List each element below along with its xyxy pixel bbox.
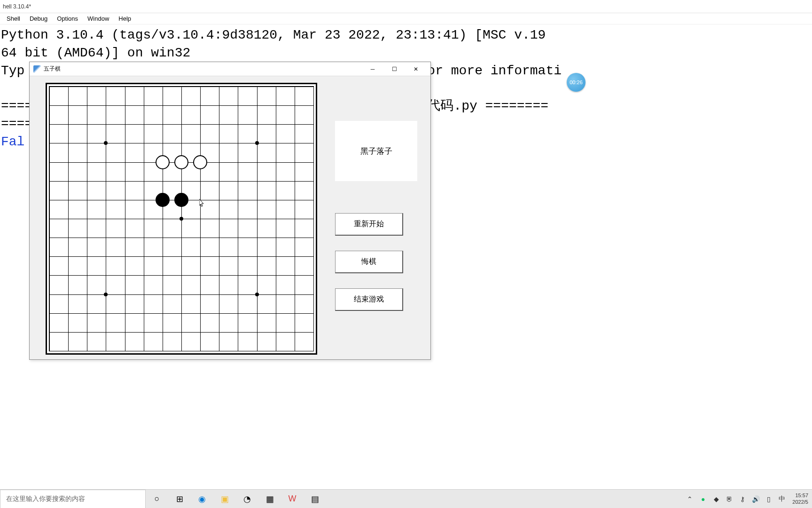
star-point (104, 141, 108, 145)
timer-text: 00:26 (570, 79, 583, 85)
menu-help[interactable]: Help (114, 15, 136, 22)
idle-line3a: Typ (1, 64, 24, 78)
system-tray: ⌃ ● ◆ ⛨ ⚷ 🔊 ▯ 中 15:57 2022/5 (683, 492, 812, 505)
grid-line-h (49, 294, 313, 295)
menu-shell[interactable]: Shell (2, 15, 25, 22)
task-view-icon[interactable]: ⊞ (168, 490, 191, 508)
star-point (104, 293, 108, 296)
turn-status-text: 黑子落子 (360, 146, 392, 157)
go-board[interactable] (46, 83, 317, 355)
menu-debug[interactable]: Debug (25, 15, 52, 22)
grid-line-h (49, 313, 313, 314)
white-stone (156, 155, 170, 169)
cortana-icon[interactable]: ○ (146, 490, 168, 508)
grid-line-v (295, 87, 295, 351)
white-stone (193, 155, 207, 169)
app-icon-2[interactable]: ▤ (304, 490, 326, 508)
idle-title-text: hell 3.10.4* (3, 3, 31, 10)
turn-status-box: 黑子落子 (335, 121, 417, 181)
tray-clock[interactable]: 15:57 2022/5 (792, 492, 808, 505)
grid-line-h (49, 256, 313, 257)
task-icons: ○ ⊞ ◉ ▣ ◔ ▦ W ▤ (146, 490, 326, 508)
grid-line-v (313, 87, 314, 351)
restart-button[interactable]: 重新开始 (335, 213, 403, 236)
game-titlebar[interactable]: 五子棋 ─ ☐ ✕ (30, 62, 430, 76)
chrome-icon[interactable]: ◔ (236, 490, 258, 508)
search-placeholder: 在这里输入你要搜索的内容 (6, 495, 85, 503)
tray-app-icon[interactable]: ◆ (711, 494, 721, 504)
menu-options[interactable]: Options (52, 15, 83, 22)
side-panel: 黑子落子 重新开始 悔棋 结束游戏 (335, 121, 417, 326)
star-point (180, 217, 183, 221)
grid-line-h (49, 351, 313, 351)
idle-menubar: Shell Debug Options Window Help (0, 13, 812, 24)
grid-line-h (49, 332, 313, 333)
menu-window[interactable]: Window (83, 15, 114, 22)
wps-icon[interactable]: W (281, 490, 304, 508)
gomoku-window: 五子棋 ─ ☐ ✕ 黑子落子 重新开始 悔棋 结束游戏 (29, 62, 431, 360)
tray-ime-icon[interactable]: 中 (777, 494, 787, 504)
idle-line7: Fal (1, 135, 24, 149)
minimize-button[interactable]: ─ (362, 62, 383, 76)
taskbar-search-input[interactable]: 在这里输入你要搜索的内容 (0, 490, 146, 508)
game-window-title: 五子棋 (44, 65, 362, 73)
close-button[interactable]: ✕ (405, 62, 427, 76)
idle-line5a: ==== (1, 99, 32, 113)
star-point (255, 293, 259, 296)
grid-line-v (200, 87, 201, 351)
tray-volume-icon[interactable]: 🔊 (750, 494, 761, 504)
game-body: 黑子落子 重新开始 悔棋 结束游戏 (30, 76, 430, 359)
tray-wifi-icon[interactable]: ⚷ (737, 494, 748, 504)
grid-line-h (49, 275, 313, 276)
timer-badge: 00:26 (567, 73, 586, 92)
grid-line-h (49, 238, 313, 238)
tray-date: 2022/5 (792, 499, 808, 505)
idle-line6: ==== (1, 117, 32, 131)
grid-line-v (238, 87, 238, 351)
idle-line1: Python 3.10.4 (tags/v3.10.4:9d38120, Mar… (1, 28, 546, 42)
maximize-button[interactable]: ☐ (383, 62, 405, 76)
tray-chevron-icon[interactable]: ⌃ (685, 494, 695, 504)
app-icon-1[interactable]: ▦ (258, 490, 281, 508)
tray-wechat-icon[interactable]: ● (698, 494, 708, 504)
tk-feather-icon (33, 65, 41, 73)
file-explorer-icon[interactable]: ▣ (213, 490, 236, 508)
tray-battery-icon[interactable]: ▯ (764, 494, 774, 504)
black-stone (156, 193, 170, 207)
grid-line-v (276, 87, 276, 351)
idle-titlebar: hell 3.10.4* (0, 0, 812, 13)
taskbar: 在这里输入你要搜索的内容 ○ ⊞ ◉ ▣ ◔ ▦ W ▤ ⌃ ● ◆ ⛨ ⚷ 🔊… (0, 489, 812, 508)
tray-time: 15:57 (792, 492, 808, 499)
grid-line-v (219, 87, 219, 351)
undo-button[interactable]: 悔棋 (335, 251, 403, 273)
window-controls: ─ ☐ ✕ (362, 62, 427, 76)
edge-icon[interactable]: ◉ (191, 490, 213, 508)
star-point (255, 141, 259, 145)
black-stone (174, 193, 188, 207)
white-stone (174, 155, 188, 169)
grid-line-v (257, 87, 258, 351)
end-game-button[interactable]: 结束游戏 (335, 288, 403, 311)
idle-line2: 64 bit (AMD64)] on win32 (1, 46, 190, 60)
tray-shield-icon[interactable]: ⛨ (724, 494, 734, 504)
